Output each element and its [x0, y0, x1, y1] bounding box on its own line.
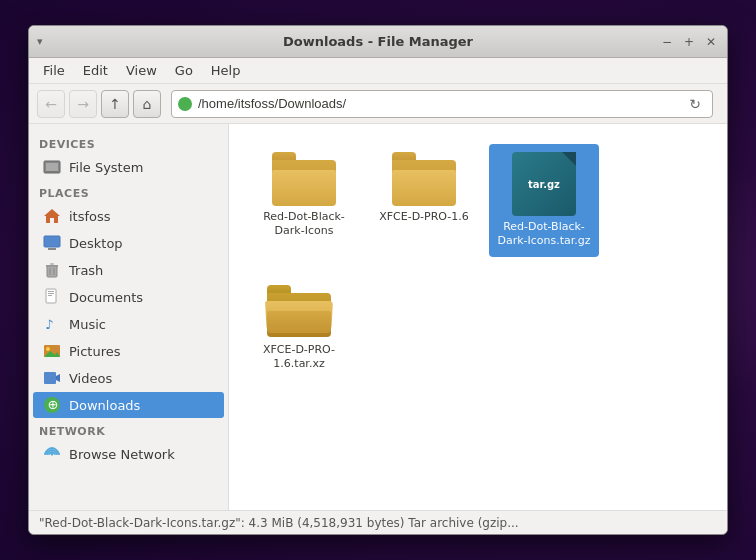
- back-icon: ←: [45, 96, 57, 112]
- menubar-item-view[interactable]: View: [118, 61, 165, 80]
- home-place-icon: [43, 207, 61, 225]
- svg-rect-19: [44, 372, 56, 384]
- home-button[interactable]: ⌂: [133, 90, 161, 118]
- reload-button[interactable]: ↻: [684, 93, 706, 115]
- tar-gz-icon: tar.gz: [512, 152, 576, 216]
- videos-label: Videos: [69, 371, 112, 386]
- filesystem-label: File System: [69, 160, 143, 175]
- statusbar: "Red-Dot-Black-Dark-Icons.tar.gz": 4.3 M…: [29, 510, 727, 534]
- browse-network-icon: [43, 445, 61, 463]
- titlebar-left: ▾: [37, 35, 43, 48]
- reload-icon: ↻: [689, 96, 701, 112]
- sidebar-item-desktop[interactable]: Desktop: [33, 230, 224, 256]
- music-label: Music: [69, 317, 106, 332]
- titlebar-controls: − + ✕: [659, 34, 719, 50]
- documents-icon: [43, 288, 61, 306]
- toolbar: ← → ↑ ⌂ ↻: [29, 84, 727, 124]
- folder-icon: [392, 152, 456, 206]
- menubar: FileEditViewGoHelp: [29, 58, 727, 84]
- folder-icon: [272, 152, 336, 206]
- file-label: Red-Dot-Black-Dark-Icons.tar.gz: [493, 220, 595, 249]
- file-area: Red-Dot-Black-Dark-Icons XFCE-D-PRO-1.6 …: [229, 124, 727, 510]
- file-label: XFCE-D-PRO-1.6.tar.xz: [248, 343, 350, 372]
- sidebar-item-browse-network[interactable]: Browse Network: [33, 441, 224, 467]
- location-icon: [178, 97, 192, 111]
- sidebar-item-filesystem[interactable]: File System: [33, 154, 224, 180]
- sidebar-item-pictures[interactable]: Pictures: [33, 338, 224, 364]
- address-input[interactable]: [198, 96, 678, 111]
- home-icon: ⌂: [143, 96, 152, 112]
- sidebar: DEVICES File System PLACES itsfoss Deskt: [29, 124, 229, 510]
- address-bar[interactable]: ↻: [171, 90, 713, 118]
- svg-rect-6: [47, 266, 57, 277]
- file-label: XFCE-D-PRO-1.6: [379, 210, 469, 224]
- menubar-item-edit[interactable]: Edit: [75, 61, 116, 80]
- file-item-red-dot-folder[interactable]: Red-Dot-Black-Dark-Icons: [249, 144, 359, 257]
- maximize-button[interactable]: +: [681, 34, 697, 50]
- downloads-label: Downloads: [69, 398, 140, 413]
- desktop-icon: [43, 234, 61, 252]
- svg-rect-14: [48, 295, 52, 296]
- up-icon: ↑: [109, 96, 121, 112]
- window-menu-icon[interactable]: ▾: [37, 35, 43, 48]
- close-button[interactable]: ✕: [703, 34, 719, 50]
- file-item-xfce-tar[interactable]: XFCE-D-PRO-1.6.tar.xz: [244, 277, 354, 380]
- svg-rect-2: [46, 171, 58, 173]
- svg-rect-5: [48, 248, 56, 250]
- menubar-item-help[interactable]: Help: [203, 61, 249, 80]
- pictures-label: Pictures: [69, 344, 120, 359]
- svg-rect-8: [50, 263, 54, 265]
- music-icon: ♪: [43, 315, 61, 333]
- main-area: DEVICES File System PLACES itsfoss Deskt: [29, 124, 727, 510]
- pictures-icon: [43, 342, 61, 360]
- minimize-button[interactable]: −: [659, 34, 675, 50]
- sidebar-item-trash[interactable]: Trash: [33, 257, 224, 283]
- sidebar-item-downloads[interactable]: ⊕ Downloads: [33, 392, 224, 418]
- sidebar-item-videos[interactable]: Videos: [33, 365, 224, 391]
- documents-label: Documents: [69, 290, 143, 305]
- forward-icon: →: [77, 96, 89, 112]
- svg-rect-1: [46, 163, 58, 171]
- sidebar-item-music[interactable]: ♪ Music: [33, 311, 224, 337]
- svg-text:⊕: ⊕: [48, 397, 59, 412]
- downloads-icon: ⊕: [43, 396, 61, 414]
- folder-open-icon: [267, 285, 331, 339]
- svg-marker-3: [44, 209, 60, 223]
- svg-rect-7: [46, 265, 58, 267]
- trash-label: Trash: [69, 263, 103, 278]
- videos-icon: [43, 369, 61, 387]
- svg-rect-13: [48, 293, 54, 294]
- sidebar-section-network: NETWORK: [29, 419, 228, 440]
- desktop-label: Desktop: [69, 236, 123, 251]
- filesystem-icon: [43, 158, 61, 176]
- svg-rect-4: [44, 236, 60, 247]
- forward-button[interactable]: →: [69, 90, 97, 118]
- file-item-red-dot-tar[interactable]: tar.gz Red-Dot-Black-Dark-Icons.tar.gz: [489, 144, 599, 257]
- up-button[interactable]: ↑: [101, 90, 129, 118]
- sidebar-item-itsfoss[interactable]: itsfoss: [33, 203, 224, 229]
- sidebar-item-documents[interactable]: Documents: [33, 284, 224, 310]
- browse-network-label: Browse Network: [69, 447, 175, 462]
- menubar-item-go[interactable]: Go: [167, 61, 201, 80]
- svg-point-23: [51, 453, 54, 456]
- svg-rect-12: [48, 291, 54, 292]
- back-button[interactable]: ←: [37, 90, 65, 118]
- svg-marker-20: [56, 374, 60, 382]
- file-item-xfce-folder[interactable]: XFCE-D-PRO-1.6: [369, 144, 479, 257]
- status-text: "Red-Dot-Black-Dark-Icons.tar.gz": 4.3 M…: [39, 516, 519, 530]
- window-title: Downloads - File Manager: [283, 34, 473, 49]
- sidebar-section-places: PLACES: [29, 181, 228, 202]
- itsfoss-label: itsfoss: [69, 209, 111, 224]
- svg-point-17: [46, 347, 50, 351]
- svg-text:♪: ♪: [45, 317, 53, 332]
- file-manager-window: ▾ Downloads - File Manager − + ✕ FileEdi…: [28, 25, 728, 535]
- titlebar: ▾ Downloads - File Manager − + ✕: [29, 26, 727, 58]
- trash-icon: [43, 261, 61, 279]
- file-label: Red-Dot-Black-Dark-Icons: [253, 210, 355, 239]
- menubar-item-file[interactable]: File: [35, 61, 73, 80]
- sidebar-section-devices: DEVICES: [29, 132, 228, 153]
